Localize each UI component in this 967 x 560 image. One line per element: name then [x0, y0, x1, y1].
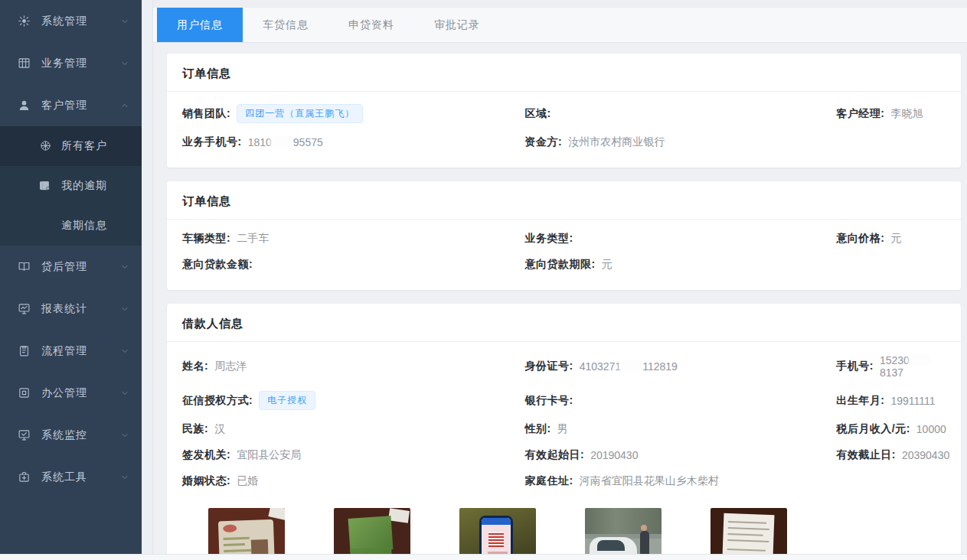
- sidebar-item-3[interactable]: 贷后管理: [0, 246, 142, 288]
- sidebar-item-label: 系统管理: [41, 15, 120, 28]
- sidebar-item-label: 系统工具: [41, 470, 120, 484]
- monitor-icon: [17, 302, 31, 316]
- card-0: 订单信息销售团队:四团一营（直属王鹏飞）区域:客户经理:李晓旭业务手机号:181…: [167, 54, 961, 168]
- field: 民族:汉: [182, 416, 524, 442]
- field: 婚姻状态:已婚: [182, 468, 524, 494]
- field: 税后月收入/元:10000: [836, 416, 961, 442]
- field-value: 周志洋: [214, 360, 247, 373]
- tab-2[interactable]: 申贷资料: [328, 8, 414, 42]
- chevron-down-icon: [120, 473, 129, 482]
- photo-item: 身份证: [208, 508, 285, 560]
- field-value: 10000: [916, 423, 946, 435]
- field-value-redacted: 152308137: [880, 354, 953, 379]
- monitor-check-icon: [17, 428, 31, 442]
- field-label: 家庭住址:: [524, 474, 573, 488]
- tab-1[interactable]: 车贷信息: [243, 8, 328, 42]
- field-label: 性别:: [524, 422, 550, 436]
- field-empty: [836, 468, 961, 494]
- sidebar-item-1[interactable]: 业务管理: [0, 42, 142, 84]
- sidebar: 系统管理业务管理客户管理所有客户我的逾期逾期信息贷后管理报表统计流程管理办公管理…: [0, 0, 142, 554]
- tab-3[interactable]: 审批记录: [414, 8, 500, 42]
- field-label: 婚姻状态:: [182, 474, 230, 488]
- field-label: 民族:: [182, 422, 208, 436]
- field-value-redacted: 4103271112819: [580, 360, 678, 373]
- card-title: 订单信息: [167, 181, 961, 220]
- redaction-blur: [622, 360, 642, 372]
- value-prefix: 1810: [248, 136, 272, 148]
- open-book-icon: [17, 260, 31, 274]
- field: 业务类型:: [524, 226, 836, 252]
- sidebar-scroll-gutter[interactable]: [142, 0, 153, 560]
- sidebar-subitem-2-2[interactable]: 逾期信息: [0, 206, 142, 246]
- sidebar-item-label: 报表统计: [41, 302, 120, 316]
- field-label: 业务手机号:: [182, 135, 242, 149]
- sidebar-item-2[interactable]: 客户管理: [0, 84, 142, 126]
- redaction-blur: [910, 354, 930, 366]
- field: 有效起始日:20190430: [524, 442, 836, 468]
- field-row: 车辆类型:二手车业务类型:意向价格:元: [182, 226, 961, 252]
- value-suffix: 112819: [642, 360, 678, 373]
- field: 出生年月:19911111: [836, 385, 961, 416]
- card-title: 借款人信息: [167, 304, 961, 342]
- sidebar-item-8[interactable]: 系统工具: [0, 456, 142, 498]
- horizontal-scrollbar[interactable]: [0, 554, 967, 560]
- sidebar-item-label: 业务管理: [41, 57, 120, 70]
- sidebar-subitem-2-0[interactable]: 所有客户: [0, 126, 142, 166]
- sidebar-item-label: 流程管理: [41, 344, 120, 358]
- field: 有效截止日:20390430: [836, 442, 961, 468]
- sidebar-item-label: 系统监控: [41, 428, 120, 442]
- field-value: 河南省宜阳县花果山乡木柴村: [580, 474, 719, 488]
- field-label: 签发机关:: [182, 448, 230, 462]
- app-root: { "colors": { "sidebar_bg": "#304156", "…: [0, 0, 967, 560]
- id-card-photo[interactable]: [208, 508, 285, 560]
- field-row: 姓名:周志洋身份证号:4103271112819手机号:152308137: [182, 348, 961, 385]
- field: 姓名:周志洋: [182, 348, 524, 385]
- redaction-blur: [273, 136, 292, 148]
- field-label: 意向价格:: [836, 232, 884, 246]
- card-1: 订单信息车辆类型:二手车业务类型:意向价格:元意向贷款金额:意向贷款期限:元: [167, 181, 961, 290]
- card-title: 订单信息: [167, 54, 961, 92]
- person-car-photo[interactable]: [585, 508, 662, 560]
- field-label: 业务类型:: [524, 232, 573, 246]
- chevron-down-icon: [120, 59, 129, 68]
- sidebar-item-0[interactable]: 系统管理: [0, 0, 142, 42]
- field-label: 征信授权方式:: [182, 394, 253, 408]
- top-strip: [153, 0, 967, 8]
- field: 性别:男: [524, 416, 836, 442]
- wheel-icon: [40, 140, 52, 152]
- field-value: 二手车: [237, 232, 269, 246]
- sidebar-item-6[interactable]: 办公管理: [0, 372, 142, 414]
- field-label: 客户经理:: [836, 107, 884, 121]
- value-prefix: 15230: [880, 354, 910, 366]
- gear-icon: [17, 15, 31, 28]
- field-empty: [836, 129, 961, 155]
- field-value: 19911111: [890, 395, 935, 407]
- field-value-redacted: 181095575: [248, 136, 323, 148]
- field: 身份证号:4103271112819: [524, 348, 836, 385]
- field-label: 姓名:: [182, 360, 208, 373]
- field-label: 意向贷款金额:: [182, 258, 253, 272]
- grid-icon: [17, 57, 31, 70]
- sidebar-item-4[interactable]: 报表统计: [0, 288, 142, 330]
- phone-qr-photo[interactable]: [459, 508, 536, 560]
- field-label: 有效起始日:: [524, 448, 584, 462]
- field-tag[interactable]: 电子授权: [259, 391, 315, 410]
- field-label: 有效截止日:: [836, 448, 896, 462]
- field: 车辆类型:二手车: [182, 226, 524, 252]
- green-booklet-photo[interactable]: [334, 508, 410, 560]
- sidebar-item-label: 客户管理: [41, 99, 120, 112]
- sidebar-item-7[interactable]: 系统监控: [0, 414, 142, 456]
- field-empty: [836, 252, 961, 278]
- tab-0[interactable]: 用户信息: [157, 8, 243, 42]
- paper-document-photo[interactable]: [711, 508, 787, 560]
- field-label: 区域:: [524, 107, 550, 121]
- field-value: 男: [557, 422, 568, 436]
- field-tag[interactable]: 四团一营（直属王鹏飞）: [237, 104, 363, 123]
- chevron-down-icon: [120, 431, 129, 440]
- field: 征信授权方式:电子授权: [182, 385, 524, 416]
- chevron-down-icon: [120, 304, 129, 314]
- sidebar-subitem-2-1[interactable]: 我的逾期: [0, 166, 142, 206]
- field-value: 20190430: [590, 449, 638, 461]
- sidebar-item-5[interactable]: 流程管理: [0, 330, 142, 372]
- field-value: 元: [602, 258, 613, 272]
